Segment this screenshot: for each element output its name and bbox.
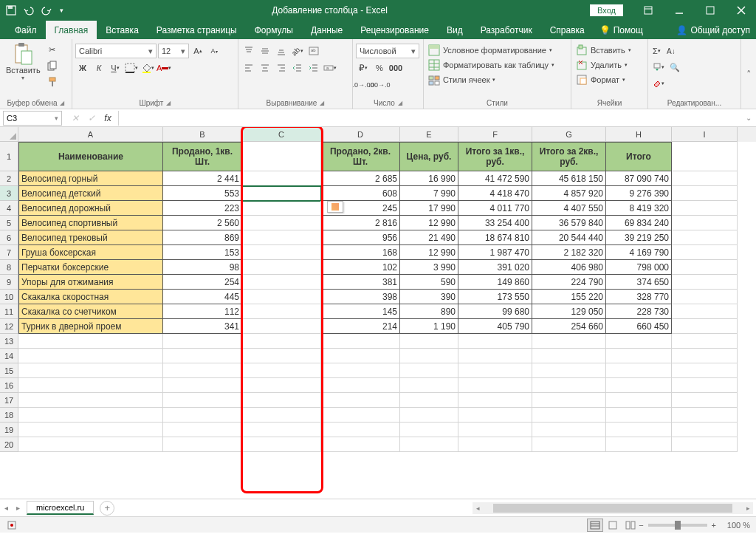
row-header[interactable]: 17	[0, 393, 18, 408]
row-header[interactable]: 15	[0, 363, 18, 378]
number-format-combo[interactable]: Числовой▾	[356, 44, 419, 58]
dialog-launcher-icon[interactable]: ◢	[398, 100, 402, 106]
row-header[interactable]: 16	[0, 378, 18, 393]
data-cell[interactable]	[672, 171, 738, 186]
data-cell[interactable]: 17 990	[400, 201, 458, 216]
data-cell[interactable]: 608	[321, 186, 400, 201]
data-cell[interactable]: 381	[321, 275, 400, 290]
minimize-button[interactable]	[664, 0, 694, 21]
data-cell[interactable]: 149 860	[458, 275, 532, 290]
enter-edit-button[interactable]: ✓	[84, 113, 99, 123]
row-header[interactable]: 8	[0, 260, 18, 275]
name-cell[interactable]: Турник в дверной проем	[18, 319, 163, 334]
data-cell[interactable]: 12 990	[400, 216, 458, 230]
data-cell[interactable]: 87 090 740	[606, 171, 672, 186]
data-cell[interactable]: 798 000	[606, 260, 672, 275]
row-header[interactable]: 6	[0, 230, 18, 245]
decrease-decimal-button[interactable]: .00→.0	[372, 78, 387, 92]
empty-cell[interactable]	[606, 363, 672, 378]
format-cells-button[interactable]: Формат▾	[574, 73, 627, 86]
zoom-slider[interactable]	[648, 524, 707, 527]
header-cell[interactable]: Наименование	[18, 142, 163, 171]
empty-cell[interactable]	[458, 393, 532, 408]
empty-cell[interactable]	[321, 334, 400, 349]
align-left-button[interactable]	[241, 61, 256, 75]
delete-cells-button[interactable]: Удалить▾	[574, 58, 629, 72]
cell-styles-button[interactable]: Стили ячеек▾	[427, 73, 497, 86]
data-cell[interactable]: 228 730	[606, 304, 672, 319]
empty-cell[interactable]	[18, 437, 163, 452]
empty-cell[interactable]	[672, 334, 738, 349]
dialog-launcher-icon[interactable]: ◢	[166, 100, 171, 106]
data-cell[interactable]: 145	[321, 304, 400, 319]
empty-cell[interactable]	[321, 363, 400, 378]
data-cell[interactable]: 102	[321, 260, 400, 275]
header-cell[interactable]	[242, 142, 321, 171]
empty-cell[interactable]	[672, 437, 738, 452]
name-cell[interactable]: Велосипед трековый	[18, 230, 163, 245]
empty-cell[interactable]	[532, 363, 606, 378]
horizontal-scrollbar[interactable]: ◂▸	[472, 502, 753, 514]
data-cell[interactable]: 341	[163, 319, 242, 334]
data-cell[interactable]	[242, 304, 321, 319]
zoom-out-button[interactable]: −	[639, 521, 643, 530]
data-cell[interactable]: 391 020	[458, 260, 532, 275]
data-cell[interactable]: 224 790	[532, 275, 606, 290]
empty-cell[interactable]	[458, 408, 532, 423]
empty-cell[interactable]	[163, 378, 242, 393]
data-cell[interactable]	[672, 290, 738, 304]
align-center-button[interactable]	[258, 61, 272, 75]
data-cell[interactable]: 254	[163, 275, 242, 290]
data-cell[interactable]: 254 660	[532, 319, 606, 334]
empty-cell[interactable]	[606, 437, 672, 452]
header-cell[interactable]: Цена, руб.	[400, 142, 458, 171]
row-header[interactable]: 10	[0, 290, 18, 304]
font-color-button[interactable]: A▾	[157, 61, 171, 75]
paste-button[interactable]: Вставить ▾	[3, 41, 44, 83]
data-cell[interactable]: 405 790	[458, 319, 532, 334]
row-header[interactable]: 4	[0, 201, 18, 216]
empty-cell[interactable]	[321, 393, 400, 408]
row-header[interactable]: 13	[0, 334, 18, 349]
copy-button[interactable]	[45, 58, 60, 73]
empty-cell[interactable]	[400, 393, 458, 408]
save-button[interactable]	[3, 2, 19, 18]
data-cell[interactable]	[242, 216, 321, 230]
border-button[interactable]: ▾	[124, 61, 139, 75]
row-header[interactable]: 11	[0, 304, 18, 319]
format-as-table-button[interactable]: Форматировать как таблицу▾	[427, 58, 556, 72]
data-cell[interactable]	[672, 201, 738, 216]
data-cell[interactable]	[672, 260, 738, 275]
font-size-combo[interactable]: 12▾	[158, 44, 189, 58]
name-cell[interactable]: Скакалка скоростная	[18, 290, 163, 304]
data-cell[interactable]: 2 182 320	[532, 245, 606, 260]
row-header[interactable]: 3	[0, 186, 18, 201]
undo-button[interactable]	[21, 2, 37, 18]
collapse-ribbon-button[interactable]: ˄	[741, 39, 756, 109]
column-header[interactable]: E	[400, 127, 458, 142]
data-cell[interactable]	[242, 275, 321, 290]
data-cell[interactable]: 9 276 390	[606, 186, 672, 201]
row-headers[interactable]: 1234567891011121314151617181920	[0, 142, 18, 452]
header-cell[interactable]: Итого	[606, 142, 672, 171]
empty-cell[interactable]	[242, 393, 321, 408]
row-header[interactable]: 12	[0, 319, 18, 334]
data-cell[interactable]: 4 011 770	[458, 201, 532, 216]
find-select-button[interactable]: 🔍	[667, 60, 682, 75]
name-cell[interactable]: Упоры для отжимания	[18, 275, 163, 290]
empty-cell[interactable]	[321, 378, 400, 393]
data-cell[interactable]: 168	[321, 245, 400, 260]
empty-cell[interactable]	[606, 408, 672, 423]
data-cell[interactable]	[242, 230, 321, 245]
row-header[interactable]: 20	[0, 437, 18, 452]
decrease-font-button[interactable]: A▾	[207, 44, 221, 58]
data-cell[interactable]: 2 816	[321, 216, 400, 230]
name-cell[interactable]: Велосипед спортивный	[18, 216, 163, 230]
empty-cell[interactable]	[242, 437, 321, 452]
data-cell[interactable]: 214	[321, 319, 400, 334]
empty-cell[interactable]	[532, 408, 606, 423]
data-cell[interactable]	[672, 275, 738, 290]
empty-cell[interactable]	[18, 363, 163, 378]
close-button[interactable]	[726, 0, 756, 21]
data-cell[interactable]: 660 450	[606, 319, 672, 334]
